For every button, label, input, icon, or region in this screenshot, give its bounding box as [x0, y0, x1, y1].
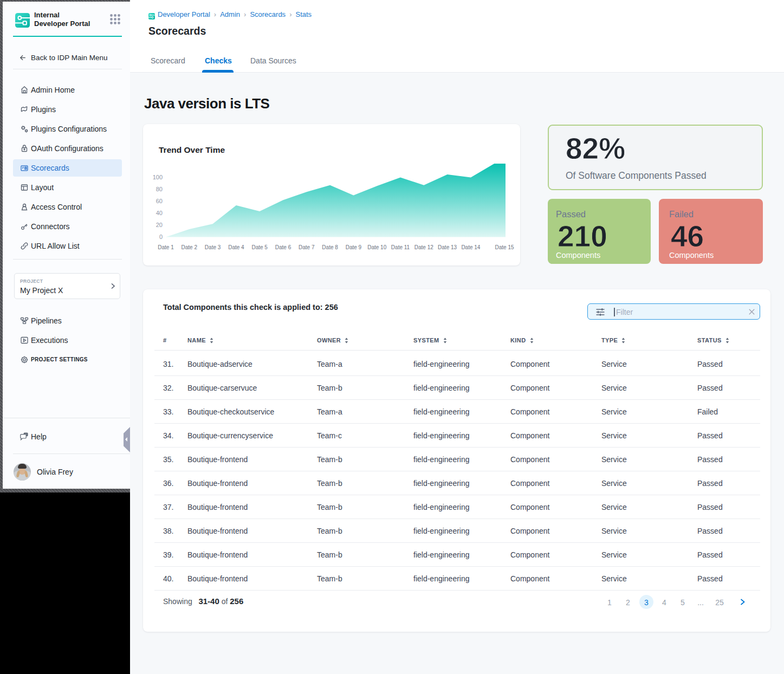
svg-text:Date 1: Date 1	[158, 244, 174, 250]
svg-text:40: 40	[156, 210, 163, 216]
svg-text:Date 10: Date 10	[367, 244, 386, 250]
svg-text:80: 80	[156, 186, 163, 192]
svg-text:60: 60	[156, 198, 163, 204]
svg-text:Date 11: Date 11	[391, 244, 410, 250]
svg-text:Date 8: Date 8	[322, 244, 338, 250]
svg-text:Date 6: Date 6	[275, 244, 291, 250]
svg-text:Date 2: Date 2	[182, 244, 198, 250]
svg-text:20: 20	[156, 222, 163, 228]
svg-text:Date 15: Date 15	[495, 244, 514, 250]
svg-text:Date 13: Date 13	[438, 244, 457, 250]
svg-text:Date 5: Date 5	[251, 244, 268, 250]
svg-text:Date 4: Date 4	[228, 244, 244, 250]
svg-text:Date 14: Date 14	[461, 244, 480, 250]
svg-text:Date 12: Date 12	[414, 244, 433, 250]
svg-text:100: 100	[153, 174, 163, 180]
svg-text:0: 0	[159, 234, 163, 240]
svg-text:Date 9: Date 9	[346, 244, 362, 250]
svg-text:Date 3: Date 3	[205, 244, 221, 250]
svg-text:Date 7: Date 7	[299, 244, 315, 250]
